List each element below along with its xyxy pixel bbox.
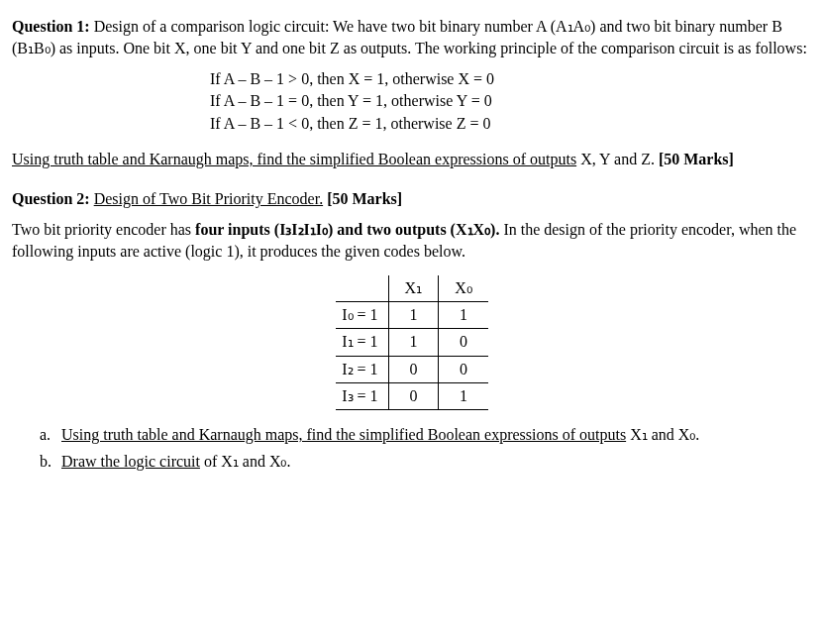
part-a-body: Using truth table and Karnaugh maps, fin… [61, 424, 699, 446]
part-b-label: b. [40, 451, 61, 473]
q2-title: Design of Two Bit Priority Encoder. [94, 190, 323, 207]
q1-cond1: If A – B – 1 > 0, then X = 1, otherwise … [210, 68, 812, 90]
q1-task-underline: Using truth table and Karnaugh maps, fin… [12, 151, 576, 167]
r3-x1: 0 [388, 383, 439, 410]
q2-parts: a. Using truth table and Karnaugh maps, … [12, 424, 812, 473]
r2-label: I₂ = 1 [336, 356, 388, 382]
q2-part-b: b. Draw the logic circuit of X₁ and X₀. [40, 451, 812, 473]
r3-x0: 1 [439, 383, 488, 410]
part-b-body: Draw the logic circuit of X₁ and X₀. [61, 451, 291, 473]
q2-part-a: a. Using truth table and Karnaugh maps, … [40, 424, 812, 446]
q2-marks: [50 Marks] [323, 190, 402, 207]
q1-label: Question 1: [12, 18, 90, 35]
q1-intro: Question 1: Design of a comparison logic… [12, 16, 812, 60]
r2-x1: 0 [388, 356, 439, 382]
priority-table: X₁ X₀ I₀ = 1 1 1 I₁ = 1 1 0 I₂ = 1 0 0 I… [336, 275, 487, 411]
part-b-underline: Draw the logic circuit [61, 453, 200, 470]
q1-task: Using truth table and Karnaugh maps, fin… [12, 149, 812, 170]
part-a-label: a. [40, 424, 61, 446]
q1-cond2: If A – B – 1 = 0, then Y = 1, otherwise … [210, 90, 812, 112]
q2-intro: Two bit priority encoder has four inputs… [12, 219, 812, 264]
part-b-tail: of X₁ and X₀. [200, 453, 291, 470]
r1-label: I₁ = 1 [336, 329, 388, 356]
q2-intro1: Two bit priority encoder has [12, 221, 195, 238]
q1-conditions: If A – B – 1 > 0, then X = 1, otherwise … [210, 68, 812, 135]
table-row: I₀ = 1 1 1 [336, 301, 487, 328]
r2-x0: 0 [439, 356, 488, 382]
q1-intro-text: Design of a comparison logic circuit: We… [12, 18, 807, 56]
q2-header: Question 2: Design of Two Bit Priority E… [12, 188, 812, 210]
table-row: I₂ = 1 0 0 [336, 356, 487, 382]
q1-marks: [50 Marks] [659, 151, 734, 167]
r0-x1: 1 [388, 301, 439, 328]
part-a-tail: X₁ and X₀. [626, 426, 699, 443]
r1-x0: 0 [439, 329, 488, 356]
table-row: I₁ = 1 1 0 [336, 329, 487, 356]
part-a-underline: Using truth table and Karnaugh maps, fin… [61, 426, 626, 443]
r0-label: I₀ = 1 [336, 301, 388, 328]
q2-label: Question 2: [12, 190, 90, 207]
r1-x1: 1 [388, 329, 439, 356]
q1-task-tail: X, Y and Z. [576, 151, 659, 167]
q2-intro-bold: four inputs (I₃I₂I₁I₀) and two outputs (… [195, 221, 499, 238]
table-row: I₃ = 1 0 1 [336, 383, 487, 410]
th-blank [336, 275, 388, 302]
th-x1: X₁ [388, 275, 439, 302]
th-x0: X₀ [439, 275, 488, 302]
q1-cond3: If A – B – 1 < 0, then Z = 1, otherwise … [210, 113, 812, 135]
r0-x0: 1 [439, 301, 488, 328]
r3-label: I₃ = 1 [336, 383, 388, 410]
